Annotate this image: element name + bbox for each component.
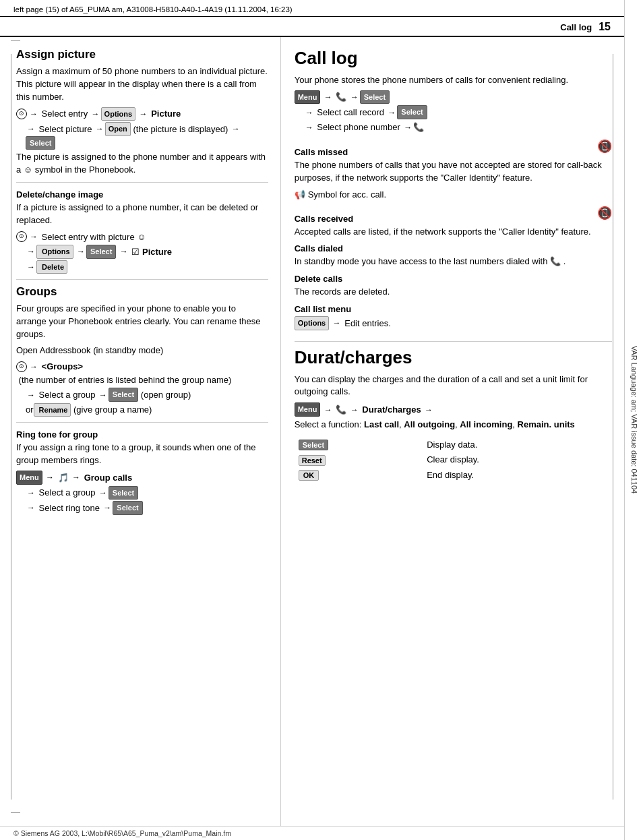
call-list-menu-subsection: Call list menu Options → Edit entries. bbox=[295, 304, 612, 330]
acc-call-icon: 📢 bbox=[295, 188, 305, 202]
assign-picture-title: Assign picture bbox=[16, 48, 268, 61]
options-button-3[interactable]: Options bbox=[295, 316, 330, 330]
ok-button[interactable]: OK bbox=[299, 470, 319, 481]
delete-calls-subsection: Delete calls The records are deleted. bbox=[295, 274, 612, 299]
delete-change-intro: If a picture is assigned to a phone numb… bbox=[16, 202, 268, 227]
nav-circle-icon-2: ⊙ bbox=[16, 231, 27, 242]
charges-table: Select Display data. Reset Clear display… bbox=[295, 437, 612, 484]
open-button[interactable]: Open bbox=[105, 122, 131, 136]
reset-button[interactable]: Reset bbox=[299, 455, 326, 466]
left-column: Assign picture Assign a maximum of 50 ph… bbox=[0, 37, 281, 826]
groups-section: Groups Four groups are specified in your… bbox=[16, 285, 268, 417]
call-log-nav-2: → Select call record → Select bbox=[295, 105, 612, 119]
rename-button[interactable]: Rename bbox=[34, 403, 71, 417]
top-meta: left page (15) of A65_PUMA am, A31008-H5… bbox=[0, 0, 624, 17]
assign-nav-2: → Select picture → Open (the picture is … bbox=[16, 122, 268, 150]
charges-select-desc: Display data. bbox=[424, 438, 611, 452]
music-icon: 🎵 bbox=[55, 471, 69, 485]
top-meta-label: left page (15) of A65_PUMA am, A31008-H5… bbox=[13, 5, 293, 13]
durat-charges-title: Durat/charges bbox=[295, 347, 612, 368]
left-margin-line bbox=[11, 54, 11, 800]
ring-nav-2: → Select a group → Select bbox=[16, 486, 268, 500]
ring-tone-title: Ring tone for group bbox=[16, 429, 268, 440]
select-button-6[interactable]: Select bbox=[360, 90, 390, 104]
page-line-bottom bbox=[11, 812, 20, 813]
call-log-nav-3: → Select phone number → 📞 bbox=[295, 121, 612, 134]
smiley-icon-2: ☺ bbox=[135, 231, 146, 244]
groups-nav-1: ⊙ → <Groups> (the number of entries is l… bbox=[16, 360, 268, 386]
select-button-3[interactable]: Select bbox=[109, 388, 138, 402]
delete-calls-title: Delete calls bbox=[295, 274, 612, 284]
durat-charges-section: Durat/charges You can display the charge… bbox=[295, 347, 612, 484]
page-line-top bbox=[11, 40, 20, 41]
charges-row-ok: OK End display. bbox=[296, 469, 611, 483]
assign-nav-1: ⊙ → Select entry → Options → Picture bbox=[16, 107, 268, 121]
acc-call-text: Symbol for acc. call. bbox=[308, 188, 386, 202]
menu-button-2[interactable]: Menu bbox=[295, 90, 321, 104]
calls-missed-body: The phone numbers of calls that you have… bbox=[295, 159, 612, 185]
nav-circle-icon: ⊙ bbox=[16, 109, 27, 119]
delete-change-title: Delete/change image bbox=[16, 189, 268, 200]
call-log-title: Call log bbox=[295, 48, 612, 69]
groups-open: Open Addressbook (in standby mode) bbox=[16, 344, 268, 357]
charges-reset-desc: Clear display. bbox=[424, 453, 611, 467]
side-label: VAR Language: am; VAR issue date: 041104 bbox=[624, 0, 643, 840]
durat-select-function: Select a function: Last call, All outgoi… bbox=[295, 419, 612, 431]
right-margin-line bbox=[613, 54, 613, 800]
select-button-8[interactable]: Select bbox=[299, 440, 328, 450]
calls-received-subsection: Calls received 📵 Accepted calls are list… bbox=[295, 207, 612, 239]
missed-calls-icon: 📵 bbox=[597, 139, 612, 154]
select-button-2[interactable]: Select bbox=[86, 245, 116, 259]
call-log-nav-1: Menu → 📞 → Select bbox=[295, 90, 612, 104]
delete-nav-1: ⊙ → Select entry with picture ☺ bbox=[16, 231, 268, 244]
right-column: Call log Your phone stores the phone num… bbox=[281, 37, 624, 826]
select-button-7[interactable]: Select bbox=[397, 105, 427, 119]
groups-intro: Four groups are specified in your phone … bbox=[16, 303, 268, 341]
charges-row-reset: Reset Clear display. bbox=[296, 453, 611, 467]
calls-missed-subsection: Calls missed 📵 The phone numbers of call… bbox=[295, 140, 612, 201]
menu-button-3[interactable]: Menu bbox=[295, 402, 321, 417]
select-button-4[interactable]: Select bbox=[109, 486, 138, 500]
charges-row-select: Select Display data. bbox=[296, 438, 611, 452]
options-button-2[interactable]: Options bbox=[36, 245, 73, 259]
select-button-1[interactable]: Select bbox=[26, 136, 55, 150]
delete-nav-2: → Options → Select → ☑ Picture bbox=[16, 245, 268, 259]
delete-calls-body: The records are deleted. bbox=[295, 286, 612, 299]
durat-charges-intro: You can display the charges and the dura… bbox=[295, 373, 612, 399]
menu-button-1[interactable]: Menu bbox=[16, 471, 42, 485]
header-page: 15 bbox=[599, 21, 611, 33]
copyright-label: © Siemens AG 2003, L:\Mobil\R65\A65_Puma… bbox=[13, 829, 231, 837]
calls-received-title: Calls received bbox=[295, 214, 353, 224]
calls-dialed-subsection: Calls dialed In standby mode you have ac… bbox=[295, 243, 612, 268]
header-section: Call log bbox=[560, 22, 592, 32]
groups-nav-2: → Select a group → Select (open group) bbox=[16, 388, 268, 402]
call-log-section: Call log Your phone stores the phone num… bbox=[295, 48, 612, 330]
assign-picture-section: Assign picture Assign a maximum of 50 ph… bbox=[16, 48, 268, 177]
ring-tone-section: Ring tone for group If you assign a ring… bbox=[16, 429, 268, 514]
acc-call-line: 📢 Symbol for acc. call. bbox=[295, 188, 612, 202]
calls-missed-title: Calls missed bbox=[295, 147, 348, 157]
side-label-text: VAR Language: am; VAR issue date: 041104 bbox=[630, 346, 638, 493]
bottom-bar: © Siemens AG 2003, L:\Mobil\R65\A65_Puma… bbox=[0, 826, 624, 840]
call-list-menu-title: Call list menu bbox=[295, 304, 612, 314]
call-log-intro: Your phone stores the phone numbers of c… bbox=[295, 74, 612, 87]
assign-picture-conclusion: The picture is assigned to the phone num… bbox=[16, 151, 268, 177]
groups-nav-3: or Rename (give group a name) bbox=[16, 403, 268, 417]
groups-title: Groups bbox=[16, 285, 268, 299]
ring-nav-3: → Select ring tone → Select bbox=[16, 501, 268, 515]
smiley-icon: ☺ bbox=[24, 164, 32, 177]
delete-nav-3: → Delete bbox=[16, 260, 268, 274]
ring-tone-intro: If you assign a ring tone to a group, it… bbox=[16, 442, 268, 467]
select-button-5[interactable]: Select bbox=[113, 501, 142, 515]
ring-nav-1: Menu → 🎵 → Group calls bbox=[16, 471, 268, 485]
nav-circle-icon-3: ⊙ bbox=[16, 361, 27, 372]
received-calls-icon: 📵 bbox=[597, 206, 612, 220]
assign-picture-intro: Assign a maximum of 50 phone numbers to … bbox=[16, 65, 268, 104]
header-row: Call log 15 bbox=[0, 17, 624, 37]
delete-change-section: Delete/change image If a picture is assi… bbox=[16, 189, 268, 274]
phone-icon: 📞 bbox=[413, 121, 424, 134]
delete-button[interactable]: Delete bbox=[36, 260, 67, 274]
options-button[interactable]: Options bbox=[101, 107, 136, 121]
charges-ok-desc: End display. bbox=[424, 469, 611, 483]
calls-received-body: Accepted calls are listed, if the networ… bbox=[295, 226, 612, 239]
